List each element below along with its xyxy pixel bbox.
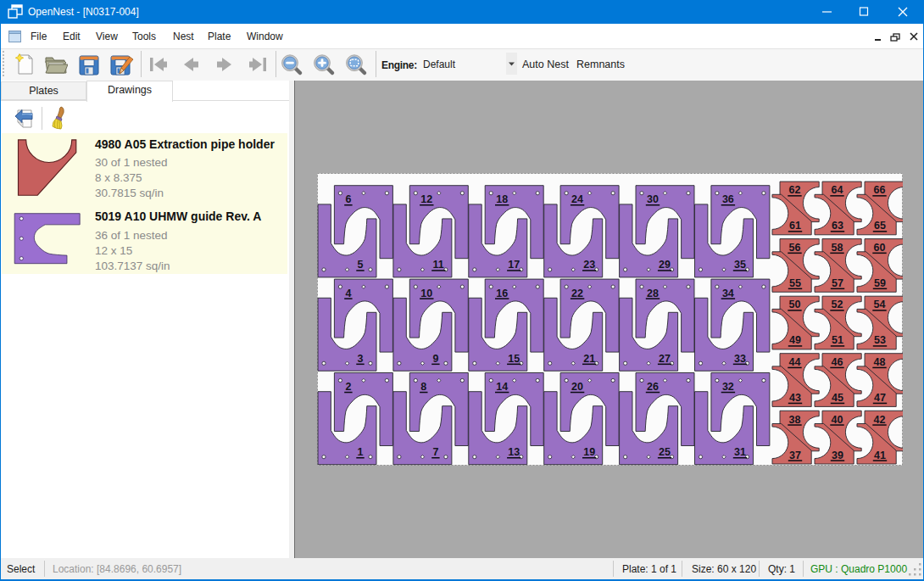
svg-text:63: 63 <box>832 220 843 232</box>
svg-text:47: 47 <box>874 391 886 403</box>
svg-text:28: 28 <box>647 287 659 299</box>
svg-text:37: 37 <box>789 449 801 461</box>
svg-text:61: 61 <box>789 220 801 232</box>
svg-text:53: 53 <box>874 334 886 346</box>
svg-text:3: 3 <box>358 352 364 364</box>
svg-text:7: 7 <box>432 446 438 458</box>
svg-text:42: 42 <box>874 413 886 425</box>
svg-text:59: 59 <box>874 277 886 288</box>
svg-text:17: 17 <box>508 259 520 271</box>
svg-text:1: 1 <box>358 446 364 458</box>
svg-text:11: 11 <box>432 259 443 271</box>
svg-text:29: 29 <box>659 259 671 271</box>
svg-text:65: 65 <box>874 220 886 232</box>
svg-text:32: 32 <box>722 381 734 393</box>
svg-text:16: 16 <box>496 287 508 299</box>
svg-text:19: 19 <box>583 446 595 458</box>
svg-text:6: 6 <box>345 193 351 205</box>
svg-text:13: 13 <box>508 446 520 458</box>
svg-text:14: 14 <box>496 381 508 393</box>
svg-text:44: 44 <box>789 355 801 367</box>
svg-text:18: 18 <box>496 193 508 205</box>
svg-text:12: 12 <box>420 193 432 205</box>
svg-text:34: 34 <box>722 287 734 299</box>
svg-text:2: 2 <box>345 381 351 393</box>
svg-text:15: 15 <box>508 352 520 364</box>
svg-text:62: 62 <box>789 184 801 196</box>
svg-text:41: 41 <box>874 449 886 461</box>
svg-text:39: 39 <box>832 449 843 461</box>
svg-text:43: 43 <box>789 391 801 403</box>
svg-text:36: 36 <box>722 193 734 205</box>
svg-text:22: 22 <box>571 287 583 299</box>
svg-text:60: 60 <box>874 241 886 253</box>
svg-text:4: 4 <box>345 287 351 299</box>
svg-text:46: 46 <box>832 355 843 367</box>
svg-text:54: 54 <box>874 299 886 310</box>
svg-text:10: 10 <box>420 287 432 299</box>
svg-text:52: 52 <box>832 299 843 310</box>
svg-text:20: 20 <box>571 381 583 393</box>
svg-text:21: 21 <box>583 352 595 364</box>
svg-text:56: 56 <box>789 241 801 253</box>
svg-text:8: 8 <box>420 381 426 393</box>
svg-text:31: 31 <box>734 446 746 458</box>
svg-text:66: 66 <box>874 184 886 196</box>
svg-text:51: 51 <box>832 334 843 346</box>
svg-text:26: 26 <box>647 381 659 393</box>
svg-text:30: 30 <box>647 193 659 205</box>
svg-text:24: 24 <box>571 193 583 205</box>
svg-text:57: 57 <box>832 277 843 288</box>
svg-text:55: 55 <box>789 277 801 288</box>
svg-text:5: 5 <box>358 259 364 271</box>
svg-text:38: 38 <box>789 413 801 425</box>
svg-text:25: 25 <box>659 446 671 458</box>
svg-text:58: 58 <box>832 241 843 253</box>
svg-text:49: 49 <box>789 334 801 346</box>
svg-text:27: 27 <box>659 352 671 364</box>
svg-text:48: 48 <box>874 355 886 367</box>
svg-text:23: 23 <box>583 259 595 271</box>
svg-text:50: 50 <box>789 299 801 310</box>
svg-text:45: 45 <box>832 391 843 403</box>
svg-text:9: 9 <box>432 352 438 364</box>
svg-text:64: 64 <box>832 184 843 196</box>
svg-text:35: 35 <box>734 259 746 271</box>
svg-text:33: 33 <box>734 352 746 364</box>
svg-text:40: 40 <box>832 413 843 425</box>
